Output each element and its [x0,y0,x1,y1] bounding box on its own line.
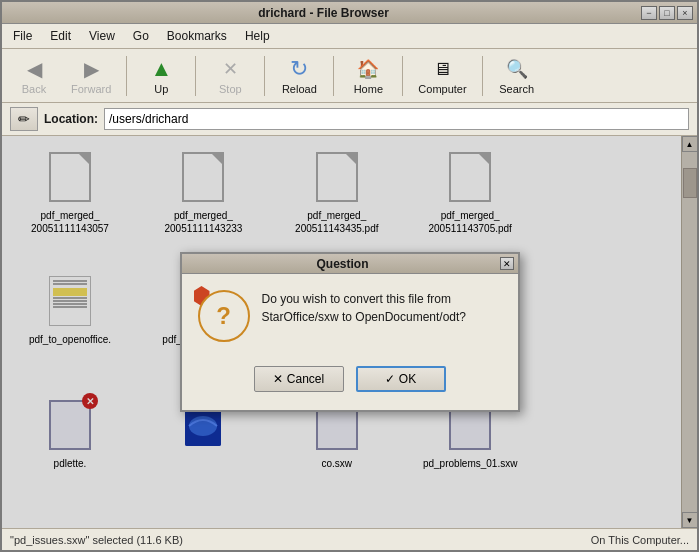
home-icon [357,56,379,81]
stop-icon [223,56,238,81]
maximize-button[interactable]: □ [659,6,675,20]
search-label: Search [499,83,534,95]
ok-icon: ✓ [385,372,395,386]
menubar: File Edit View Go Bookmarks Help [2,24,697,49]
forward-button[interactable]: Forward [66,54,116,98]
file-area: pdf_merged_20051111143057 pdf_merged_200… [2,136,697,528]
close-button[interactable]: × [677,6,693,20]
ok-button[interactable]: ✓ OK [356,366,446,392]
titlebar-buttons: − □ × [641,6,693,20]
forward-icon [84,57,99,81]
search-icon [506,56,528,81]
menu-help[interactable]: Help [238,26,277,46]
up-icon [150,57,172,81]
menu-view[interactable]: View [82,26,122,46]
toolbar-separator-4 [333,56,334,96]
menu-bookmarks[interactable]: Bookmarks [160,26,234,46]
computer-label: Computer [418,83,466,95]
question-dialog: Question ✕ ? Do you wish to convert this… [180,252,520,412]
status-text: "pd_issues.sxw" selected (11.6 KB) [10,534,183,546]
back-label: Back [22,83,46,95]
selected-file-text: "pd_issues.sxw" selected (11.6 KB) [10,534,183,546]
up-button[interactable]: Up [137,54,185,98]
menu-file[interactable]: File [6,26,39,46]
status-right-text: On This Computer... [591,534,689,546]
window-title: drichard - File Browser [6,6,641,20]
stop-label: Stop [219,83,242,95]
reload-label: Reload [282,83,317,95]
stop-button[interactable]: Stop [206,53,254,98]
question-mark: ? [216,302,231,330]
dialog-close-button[interactable]: ✕ [500,257,514,270]
reload-button[interactable]: Reload [275,54,323,98]
main-window: drichard - File Browser − □ × File Edit … [0,0,699,552]
toolbar-separator-2 [195,56,196,96]
locationbar: ✏ Location: [2,103,697,136]
modal-overlay: Question ✕ ? Do you wish to convert this… [2,136,697,528]
back-icon [27,57,42,81]
search-button[interactable]: Search [493,53,541,98]
ok-label: OK [399,372,416,386]
toolbar-separator-5 [402,56,403,96]
dialog-titlebar: Question ✕ [182,254,518,274]
minimize-button[interactable]: − [641,6,657,20]
menu-go[interactable]: Go [126,26,156,46]
question-icon: ? [198,290,250,342]
cancel-icon: ✕ [273,372,283,386]
toolbar-separator-3 [264,56,265,96]
location-label: Location: [44,112,98,126]
toolbar-separator-1 [126,56,127,96]
cancel-label: Cancel [287,372,324,386]
reload-icon [290,57,308,81]
computer-icon [433,56,451,81]
location-input[interactable] [104,108,689,130]
toolbar: Back Forward Up Stop Reload Home Comp [2,49,697,103]
up-label: Up [154,83,168,95]
titlebar: drichard - File Browser − □ × [2,2,697,24]
dialog-buttons: ✕ Cancel ✓ OK [182,358,518,408]
home-button[interactable]: Home [344,53,392,98]
statusbar: "pd_issues.sxw" selected (11.6 KB) On Th… [2,528,697,550]
dialog-title: Question [186,257,500,271]
dialog-message: Do you wish to convert this file fromSta… [262,290,502,326]
computer-button[interactable]: Computer [413,53,471,98]
toolbar-separator-6 [482,56,483,96]
dialog-body: ? Do you wish to convert this file fromS… [182,274,518,358]
menu-edit[interactable]: Edit [43,26,78,46]
forward-label: Forward [71,83,111,95]
dialog-icon-container: ? [198,290,250,342]
back-button[interactable]: Back [10,54,58,98]
location-edit-button[interactable]: ✏ [10,107,38,131]
cancel-button[interactable]: ✕ Cancel [254,366,344,392]
home-label: Home [354,83,383,95]
